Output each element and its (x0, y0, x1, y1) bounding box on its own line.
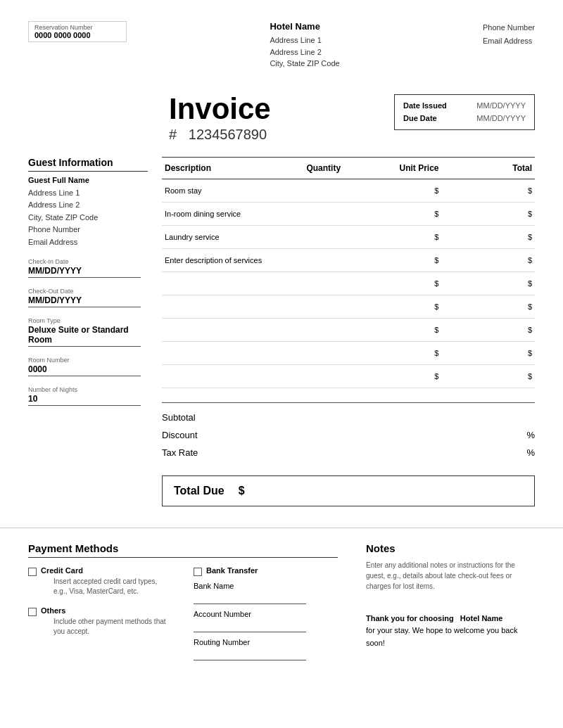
bank-name-field: Bank Name (194, 582, 338, 604)
cell-unit-price: $ (360, 295, 442, 318)
address-line2: Address Line 2 (270, 46, 339, 58)
cell-unit-price: $ (360, 341, 442, 364)
cell-total: $ (441, 295, 535, 318)
cell-description: Room stay (162, 179, 303, 202)
cell-description (162, 272, 303, 295)
cell-quantity (303, 179, 360, 202)
credit-card-desc: Insert accepted credit card types, e.g.,… (53, 577, 172, 596)
invoice-title-section: Invoice # 1234567890 Date Issued MM/DD/Y… (0, 80, 563, 150)
cell-description (162, 318, 303, 341)
credit-card-item: Credit Card Insert accepted credit card … (28, 566, 172, 596)
discount-label: Discount (162, 430, 246, 440)
invoice-dates-box: Date Issued MM/DD/YYYY Due Date MM/DD/YY… (394, 94, 535, 130)
cell-quantity (303, 272, 360, 295)
guest-address-line2: Address Line 2 (28, 199, 148, 212)
subtotal-row: Subtotal (162, 409, 535, 426)
nights-value: 10 (28, 394, 141, 406)
payment-section: Payment Methods Credit Card Insert accep… (28, 542, 338, 666)
cell-total: $ (441, 272, 535, 295)
cell-description (162, 364, 303, 388)
table-row: In-room dining service $ $ (162, 202, 535, 225)
cell-quantity (303, 202, 360, 225)
others-label-wrap: Others Include other payment methods tha… (41, 606, 172, 637)
thank-you-hotel: Hotel Name (460, 614, 503, 622)
cell-unit-price: $ (360, 364, 442, 388)
table-row: Laundry service $ $ (162, 225, 535, 248)
due-date-value: MM/DD/YYYY (476, 112, 526, 125)
account-number-label: Account Number (194, 610, 338, 618)
cell-quantity (303, 364, 360, 388)
subtotal-label: Subtotal (162, 412, 246, 423)
room-number-label: Room Number (28, 357, 148, 364)
cell-total: $ (441, 364, 535, 388)
cell-total: $ (441, 202, 535, 225)
invoice-table-section: Description Quantity Unit Price Total Ro… (162, 157, 535, 513)
notes-section: Notes Enter any additional notes or inst… (366, 542, 535, 666)
bank-name-line (194, 592, 306, 604)
room-number-value: 0000 (28, 364, 141, 376)
cell-unit-price: $ (360, 225, 442, 248)
others-checkbox[interactable] (28, 608, 37, 616)
guest-sidebar: Guest Information Guest Full Name Addres… (28, 157, 162, 513)
due-date-label: Due Date (403, 112, 437, 125)
table-row: Enter description of services $ $ (162, 248, 535, 272)
col-header-description: Description (162, 158, 303, 179)
table-row: $ $ (162, 318, 535, 341)
totals-section: Subtotal Discount % Tax Rate % Total Due… (162, 395, 535, 506)
bank-transfer-label: Bank Transfer (206, 566, 258, 575)
cell-quantity (303, 248, 360, 272)
header: Reservation Number 0000 0000 0000 Hotel … (0, 0, 563, 80)
credit-card-label: Credit Card (41, 566, 172, 575)
tax-rate-row: Tax Rate % (162, 444, 535, 461)
nights-label: Number of Nights (28, 386, 148, 393)
cell-total: $ (441, 225, 535, 248)
invoice-date-issued-row: Date Issued MM/DD/YYYY (403, 99, 526, 113)
tax-rate-label: Tax Rate (162, 447, 246, 458)
reservation-number: 0000 0000 0000 (34, 31, 120, 39)
date-issued-value: MM/DD/YYYY (476, 99, 526, 113)
account-number-line (194, 620, 306, 632)
payment-method-left: Credit Card Insert accepted credit card … (28, 566, 172, 666)
cell-unit-price: $ (360, 179, 442, 202)
hotel-name: Hotel Name (270, 21, 320, 32)
tax-rate-percent: % (526, 447, 535, 458)
credit-card-label-wrap: Credit Card Insert accepted credit card … (41, 566, 172, 596)
checkout-field-group: Check-Out Date MM/DD/YYYY (28, 288, 148, 307)
date-issued-label: Date Issued (403, 99, 447, 113)
cell-description: In-room dining service (162, 202, 303, 225)
cell-unit-price: $ (360, 272, 442, 295)
checkout-value: MM/DD/YYYY (28, 295, 141, 307)
table-header-row: Description Quantity Unit Price Total (162, 158, 535, 179)
guest-address-line1: Address Line 1 (28, 187, 148, 200)
invoice-number-value: 1234567890 (189, 127, 267, 142)
total-due-box: Total Due $ (162, 475, 535, 506)
address-line1: Address Line 1 (270, 34, 339, 46)
checkin-value: MM/DD/YYYY (28, 266, 141, 278)
guest-city-state-zip: City, State ZIP Code (28, 212, 148, 224)
guest-phone: Phone Number (28, 224, 148, 236)
email-address: Email Address (483, 34, 535, 48)
hotel-address: Address Line 1 Address Line 2 City, Stat… (270, 34, 339, 70)
cell-description (162, 295, 303, 318)
cell-unit-price: $ (360, 202, 442, 225)
cell-total: $ (441, 179, 535, 202)
bank-transfer-checkbox[interactable] (194, 568, 202, 576)
account-number-field: Account Number (194, 610, 338, 632)
guest-email: Email Address (28, 236, 148, 249)
others-item: Others Include other payment methods tha… (28, 606, 172, 637)
room-number-field-group: Room Number 0000 (28, 357, 148, 376)
main-content: Guest Information Guest Full Name Addres… (0, 150, 563, 513)
phone-number: Phone Number (483, 21, 535, 34)
cell-quantity (303, 295, 360, 318)
thank-you-suffix: for your stay. We hope to welcome you ba… (366, 626, 517, 647)
others-label: Others (41, 606, 172, 615)
credit-card-checkbox[interactable] (28, 568, 37, 576)
header-right: Phone Number Email Address (483, 21, 535, 47)
cell-quantity (303, 225, 360, 248)
invoice-page: Reservation Number 0000 0000 0000 Hotel … (0, 0, 563, 728)
invoice-number: # 1234567890 (169, 127, 271, 143)
cell-description: Enter description of services (162, 248, 303, 272)
nights-field-group: Number of Nights 10 (28, 386, 148, 406)
payment-title: Payment Methods (28, 542, 338, 558)
discount-row: Discount % (162, 426, 535, 444)
